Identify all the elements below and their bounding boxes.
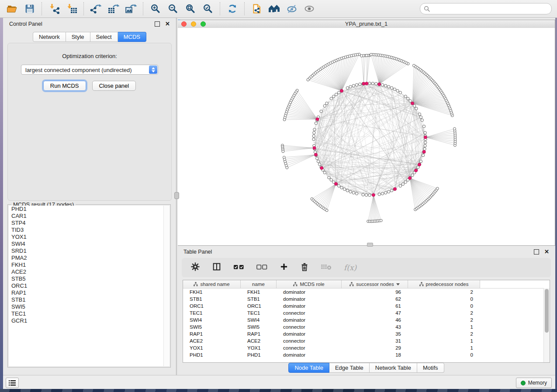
- cell[interactable]: 31: [342, 337, 408, 344]
- column-header-predecessor-nodes[interactable]: predecessor nodes: [408, 280, 480, 288]
- cell[interactable]: ORC1: [183, 303, 241, 309]
- minimize-window-button[interactable]: [191, 21, 196, 27]
- network-node[interactable]: [352, 84, 355, 87]
- network-node[interactable]: [352, 191, 355, 194]
- cell[interactable]: YOX1: [183, 344, 241, 351]
- network-node[interactable]: [323, 104, 326, 107]
- deselect-all-icon[interactable]: [256, 263, 268, 272]
- trash-icon[interactable]: [300, 262, 309, 273]
- cell[interactable]: connector: [277, 309, 342, 316]
- mcds-result-item[interactable]: ORC1: [9, 282, 170, 289]
- cell[interactable]: SWI4: [183, 316, 241, 323]
- table-row[interactable]: RAP1RAP1dominator352: [183, 330, 550, 337]
- cell[interactable]: 96: [342, 289, 408, 296]
- mcds-result-item[interactable]: RAP1: [9, 289, 170, 296]
- cell[interactable]: ORC1: [241, 303, 277, 309]
- network-node[interactable]: [355, 192, 358, 195]
- import-network-icon[interactable]: [45, 1, 63, 16]
- network-node[interactable]: [387, 190, 390, 193]
- network-node[interactable]: [384, 84, 387, 87]
- network-node[interactable]: [340, 186, 343, 189]
- network-node[interactable]: [399, 185, 401, 187]
- cell[interactable]: 62: [342, 296, 408, 303]
- hide-selected-icon[interactable]: [283, 1, 301, 16]
- tab-style[interactable]: Style: [66, 32, 90, 42]
- network-node[interactable]: [421, 119, 423, 121]
- network-node[interactable]: [343, 188, 346, 190]
- maximize-window-button[interactable]: [201, 21, 206, 27]
- network-node[interactable]: [419, 160, 422, 163]
- close-panel-icon[interactable]: ✕: [165, 22, 170, 26]
- table-row[interactable]: SWI5SWI5connector431: [183, 323, 550, 330]
- mcds-network-node[interactable]: [408, 176, 412, 179]
- float-table-panel-icon[interactable]: [534, 249, 539, 254]
- export-image-icon[interactable]: [122, 1, 140, 16]
- network-node[interactable]: [424, 144, 426, 147]
- network-node[interactable]: [325, 102, 328, 105]
- cell[interactable]: STB1: [183, 296, 241, 303]
- network-node[interactable]: [338, 185, 340, 187]
- cell[interactable]: 1: [408, 323, 480, 330]
- mcds-result-item[interactable]: SWI5: [9, 303, 170, 310]
- cell[interactable]: FKH1: [241, 289, 277, 296]
- tab-select[interactable]: Select: [90, 32, 118, 42]
- mcds-list-scrollbar[interactable]: [163, 206, 170, 366]
- cell[interactable]: 43: [342, 323, 408, 330]
- cell[interactable]: STB1: [241, 296, 277, 303]
- cell[interactable]: PHD1: [183, 351, 241, 358]
- float-panel-icon[interactable]: [155, 21, 160, 27]
- network-node[interactable]: [391, 189, 393, 192]
- close-table-panel-icon[interactable]: ✕: [544, 250, 549, 254]
- cell[interactable]: connector: [277, 323, 342, 330]
- mcds-network-node[interactable]: [340, 89, 343, 93]
- cell[interactable]: RAP1: [183, 330, 241, 337]
- run-mcds-button[interactable]: Run MCDS: [43, 81, 86, 91]
- network-node[interactable]: [330, 97, 332, 100]
- mcds-result-item[interactable]: CAR1: [9, 213, 170, 220]
- column-header-shared-name[interactable]: shared name: [183, 280, 241, 288]
- zoom-in-icon[interactable]: [147, 1, 164, 16]
- cell[interactable]: 0: [408, 296, 480, 303]
- network-node[interactable]: [424, 131, 426, 134]
- tab-network-table[interactable]: Network Table: [370, 363, 417, 373]
- mcds-result-item[interactable]: STB5: [9, 275, 170, 282]
- select-all-icon[interactable]: [233, 263, 245, 272]
- network-node[interactable]: [409, 100, 412, 102]
- memory-button[interactable]: Memory: [516, 378, 552, 388]
- cell[interactable]: dominator: [277, 330, 342, 337]
- table-row[interactable]: TEC1TEC1connector472: [183, 309, 550, 316]
- network-node[interactable]: [349, 190, 352, 193]
- mcds-result-item[interactable]: STB1: [9, 296, 170, 303]
- network-node[interactable]: [323, 171, 326, 174]
- network-node[interactable]: [387, 86, 390, 88]
- close-panel-button[interactable]: Close panel: [92, 81, 136, 91]
- network-node[interactable]: [320, 110, 322, 113]
- mcds-network-node[interactable]: [316, 118, 319, 121]
- network-node[interactable]: [316, 157, 318, 160]
- mcds-result-item[interactable]: PMA2: [9, 254, 170, 261]
- cell[interactable]: 2: [408, 309, 480, 316]
- network-node[interactable]: [368, 194, 371, 196]
- network-node[interactable]: [283, 118, 286, 121]
- columns-icon[interactable]: [212, 262, 221, 273]
- cell[interactable]: dominator: [277, 303, 342, 309]
- network-node[interactable]: [346, 189, 349, 192]
- network-node[interactable]: [422, 125, 425, 127]
- network-node[interactable]: [419, 116, 422, 118]
- mcds-network-node[interactable]: [362, 82, 365, 85]
- mcds-network-node[interactable]: [335, 182, 338, 186]
- table-row[interactable]: ACE2ACE2connector311: [183, 337, 550, 344]
- import-table-icon[interactable]: [63, 1, 80, 16]
- network-node[interactable]: [378, 193, 381, 196]
- cell[interactable]: dominator: [277, 351, 342, 358]
- cell[interactable]: 61: [342, 303, 408, 309]
- cell[interactable]: FKH1: [183, 289, 241, 296]
- network-node[interactable]: [328, 176, 330, 179]
- table-row[interactable]: FKH1FKH1dominator962: [183, 289, 550, 296]
- table-row[interactable]: ORC1ORC1dominator610: [183, 303, 550, 309]
- column-header-successor-nodes[interactable]: successor nodes: [342, 280, 408, 288]
- network-node[interactable]: [349, 86, 352, 88]
- network-node[interactable]: [318, 163, 321, 165]
- export-network-icon[interactable]: [87, 1, 105, 16]
- table-row[interactable]: YOX1YOX1connector291: [183, 344, 550, 351]
